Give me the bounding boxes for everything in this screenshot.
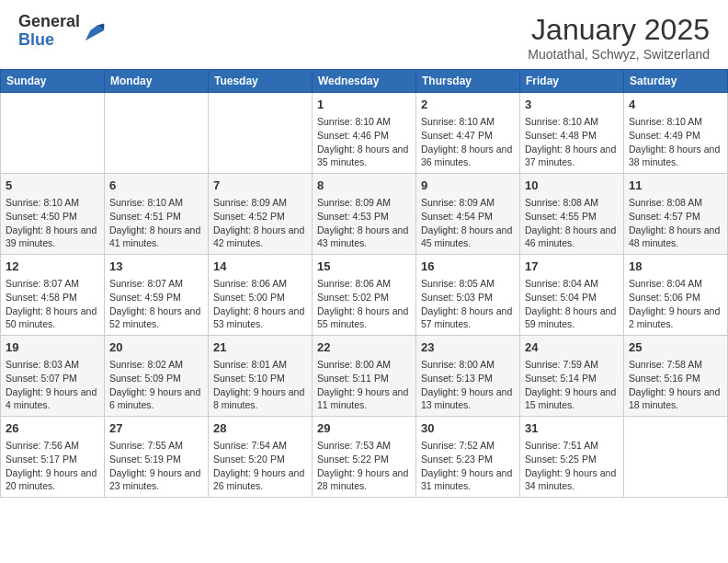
- daylight-text: Daylight: 8 hours and 55 minutes.: [317, 305, 408, 330]
- day-number: 15: [317, 259, 411, 275]
- sunset-text: Sunset: 4:59 PM: [109, 292, 181, 303]
- daylight-text: Daylight: 9 hours and 6 minutes.: [109, 386, 200, 411]
- sunset-text: Sunset: 4:53 PM: [317, 211, 389, 222]
- day-number: 18: [629, 259, 722, 275]
- header: General Blue January 2025 Muotathal, Sch…: [0, 0, 728, 69]
- sunset-text: Sunset: 5:20 PM: [213, 454, 285, 465]
- day-number: 13: [109, 259, 203, 275]
- calendar-cell: 9Sunrise: 8:09 AMSunset: 4:54 PMDaylight…: [416, 174, 520, 255]
- sunset-text: Sunset: 4:48 PM: [525, 130, 597, 141]
- sunset-text: Sunset: 4:57 PM: [629, 211, 700, 222]
- day-number: 17: [525, 259, 619, 275]
- sunset-text: Sunset: 4:46 PM: [317, 130, 389, 141]
- sunrise-text: Sunrise: 8:10 AM: [109, 197, 183, 208]
- sunset-text: Sunset: 5:17 PM: [6, 454, 77, 465]
- sunrise-text: Sunrise: 8:09 AM: [421, 197, 495, 208]
- calendar-cell: 22Sunrise: 8:00 AMSunset: 5:11 PMDayligh…: [313, 336, 416, 417]
- sunrise-text: Sunrise: 8:10 AM: [6, 197, 79, 208]
- daylight-text: Daylight: 8 hours and 38 minutes.: [629, 144, 720, 168]
- day-number: 31: [525, 420, 619, 437]
- daylight-text: Daylight: 8 hours and 36 minutes.: [421, 144, 512, 168]
- calendar-cell: 24Sunrise: 7:59 AMSunset: 5:14 PMDayligh…: [520, 336, 624, 417]
- sunrise-text: Sunrise: 7:56 AM: [6, 440, 79, 451]
- logo-icon: [82, 18, 108, 44]
- calendar-cell: 31Sunrise: 7:51 AMSunset: 5:25 PMDayligh…: [520, 417, 624, 498]
- sunrise-text: Sunrise: 8:06 AM: [317, 278, 391, 289]
- sunset-text: Sunset: 5:23 PM: [421, 454, 493, 465]
- calendar-cell: 17Sunrise: 8:04 AMSunset: 5:04 PMDayligh…: [520, 255, 624, 336]
- day-number: 26: [6, 420, 99, 437]
- calendar-cell: 4Sunrise: 8:10 AMSunset: 4:49 PMDaylight…: [624, 93, 728, 174]
- day-number: 7: [213, 178, 307, 194]
- sunset-text: Sunset: 5:16 PM: [629, 373, 700, 384]
- calendar-week-row: 26Sunrise: 7:56 AMSunset: 5:17 PMDayligh…: [1, 417, 728, 498]
- day-number: 11: [629, 178, 722, 194]
- sunrise-text: Sunrise: 7:52 AM: [421, 440, 495, 451]
- day-number: 23: [421, 339, 515, 356]
- sunrise-text: Sunrise: 7:54 AM: [213, 440, 287, 451]
- day-number: 20: [109, 339, 203, 356]
- sunset-text: Sunset: 4:49 PM: [629, 130, 700, 141]
- sunset-text: Sunset: 4:50 PM: [6, 211, 77, 222]
- calendar-cell: 11Sunrise: 8:08 AMSunset: 4:57 PMDayligh…: [624, 174, 728, 255]
- calendar-header-row: SundayMondayTuesdayWednesdayThursdayFrid…: [1, 70, 728, 93]
- daylight-text: Daylight: 8 hours and 45 minutes.: [421, 224, 512, 249]
- day-number: 8: [317, 178, 411, 194]
- day-number: 6: [109, 178, 203, 194]
- daylight-text: Daylight: 8 hours and 59 minutes.: [525, 305, 616, 330]
- daylight-text: Daylight: 8 hours and 53 minutes.: [213, 305, 304, 330]
- sunrise-text: Sunrise: 8:06 AM: [213, 278, 287, 289]
- calendar-week-row: 12Sunrise: 8:07 AMSunset: 4:58 PMDayligh…: [1, 255, 728, 336]
- sunrise-text: Sunrise: 8:10 AM: [629, 116, 702, 127]
- daylight-text: Daylight: 9 hours and 20 minutes.: [6, 467, 97, 492]
- calendar-cell: 3Sunrise: 8:10 AMSunset: 4:48 PMDaylight…: [520, 93, 624, 174]
- calendar-cell: 2Sunrise: 8:10 AMSunset: 4:47 PMDaylight…: [416, 93, 520, 174]
- daylight-text: Daylight: 9 hours and 4 minutes.: [6, 386, 97, 411]
- sunrise-text: Sunrise: 8:08 AM: [525, 197, 598, 208]
- calendar-cell: 12Sunrise: 8:07 AMSunset: 4:58 PMDayligh…: [1, 255, 105, 336]
- sunrise-text: Sunrise: 7:55 AM: [109, 440, 183, 451]
- daylight-text: Daylight: 8 hours and 39 minutes.: [6, 224, 97, 249]
- calendar-cell: [105, 93, 209, 174]
- day-number: 16: [421, 259, 515, 275]
- daylight-text: Daylight: 8 hours and 57 minutes.: [421, 305, 512, 330]
- sunset-text: Sunset: 5:14 PM: [525, 373, 597, 384]
- daylight-text: Daylight: 8 hours and 35 minutes.: [317, 144, 408, 168]
- sunset-text: Sunset: 5:11 PM: [317, 373, 389, 384]
- calendar-cell: 23Sunrise: 8:00 AMSunset: 5:13 PMDayligh…: [416, 336, 520, 417]
- calendar-cell: 5Sunrise: 8:10 AMSunset: 4:50 PMDaylight…: [1, 174, 105, 255]
- sunset-text: Sunset: 5:22 PM: [317, 454, 389, 465]
- logo-blue-text: Blue: [18, 30, 54, 49]
- sunset-text: Sunset: 4:51 PM: [109, 211, 181, 222]
- day-number: 2: [421, 97, 515, 113]
- calendar-cell: [624, 417, 728, 498]
- day-number: 21: [213, 339, 307, 356]
- sunrise-text: Sunrise: 8:03 AM: [6, 359, 79, 370]
- sunset-text: Sunset: 5:10 PM: [213, 373, 285, 384]
- calendar-header-friday: Friday: [520, 70, 624, 93]
- day-number: 3: [525, 97, 619, 113]
- calendar-header-sunday: Sunday: [1, 70, 105, 93]
- sunset-text: Sunset: 5:06 PM: [629, 292, 700, 303]
- daylight-text: Daylight: 9 hours and 11 minutes.: [317, 386, 408, 411]
- day-number: 5: [6, 178, 99, 194]
- daylight-text: Daylight: 8 hours and 50 minutes.: [6, 305, 97, 330]
- sunset-text: Sunset: 5:19 PM: [109, 454, 181, 465]
- day-number: 9: [421, 178, 515, 194]
- sunrise-text: Sunrise: 7:53 AM: [317, 440, 391, 451]
- daylight-text: Daylight: 9 hours and 28 minutes.: [317, 467, 408, 492]
- calendar-header-thursday: Thursday: [416, 70, 520, 93]
- daylight-text: Daylight: 8 hours and 46 minutes.: [525, 224, 616, 249]
- location: Muotathal, Schwyz, Switzerland: [528, 47, 710, 62]
- calendar-cell: 16Sunrise: 8:05 AMSunset: 5:03 PMDayligh…: [416, 255, 520, 336]
- calendar-table: SundayMondayTuesdayWednesdayThursdayFrid…: [0, 69, 728, 498]
- sunrise-text: Sunrise: 8:09 AM: [213, 197, 287, 208]
- calendar-cell: 27Sunrise: 7:55 AMSunset: 5:19 PMDayligh…: [105, 417, 209, 498]
- calendar-cell: 19Sunrise: 8:03 AMSunset: 5:07 PMDayligh…: [1, 336, 105, 417]
- calendar-cell: 28Sunrise: 7:54 AMSunset: 5:20 PMDayligh…: [209, 417, 313, 498]
- sunrise-text: Sunrise: 8:08 AM: [629, 197, 702, 208]
- sunrise-text: Sunrise: 8:09 AM: [317, 197, 391, 208]
- calendar-cell: 26Sunrise: 7:56 AMSunset: 5:17 PMDayligh…: [1, 417, 105, 498]
- daylight-text: Daylight: 8 hours and 42 minutes.: [213, 224, 304, 249]
- sunrise-text: Sunrise: 8:10 AM: [421, 116, 495, 127]
